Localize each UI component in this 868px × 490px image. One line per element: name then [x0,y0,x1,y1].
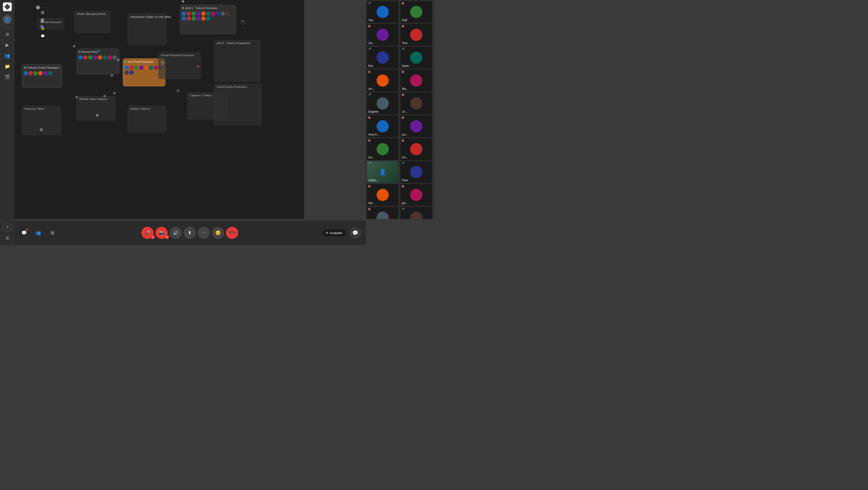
participant-tile-fran[interactable]: 🎤 Fran [400,161,432,183]
jus-mic-icon: 🔇 [401,116,404,119]
participant-tile-nis[interactable]: 🔇 Nis... [367,184,399,206]
gvid1-card[interactable]: gVid 1 - Tools & Processes [180,5,236,34]
participant-tile-garin[interactable]: 🎤 Garin [400,47,432,69]
floating-participant-2 [97,50,100,52]
virtual-production-card[interactable]: Virtual Production [38,18,64,29]
an2-avatar [410,143,422,155]
sidebar-people-icon[interactable]: 👥 [3,51,12,60]
virtual-production-everyone-card[interactable]: Virtual Production Everyone [158,52,201,79]
gvid1-p4 [196,11,201,16]
sidebar-folder-icon[interactable]: 📁 [3,62,12,71]
participant-tile-an2[interactable]: 🔇 An... [400,138,432,160]
bottom-right-controls: Available 💬 [322,227,361,239]
availability-label: Available [330,231,342,235]
podcast-header: Podcast Growth Strategies [22,65,62,70]
people-button[interactable]: 👥 [33,228,43,238]
participant-tile-tom[interactable]: 🔇 Tom [400,24,432,46]
ai-p5 [144,65,148,70]
help-button[interactable]: ? [3,223,12,232]
share-icon: ⬆ [188,230,191,236]
art-mic-icon: 🔇 [368,70,371,73]
user-avatar[interactable]: 👤 [3,15,12,24]
logo-diamond [4,4,10,10]
chat-notification-dot [26,229,28,231]
toolbar-image-btn[interactable]: 🖼 [39,9,46,16]
participant-tile-juli[interactable]: 🔇 juli... [400,184,432,206]
settings-icon: ⚙ [5,236,9,241]
floating-participant-5 [113,92,116,94]
vpe-label: Virtual Production Everyone [161,54,194,57]
sidebar-video-icon[interactable]: ▶ [3,41,12,50]
participant-tile-art[interactable]: 🔇 Art... [367,69,399,91]
left-sidebar: 👤 ⊞ ▶ 👥 📁 🎬 ? ⚙ [0,0,14,245]
participant-tile-gali[interactable]: 🔇 Gali [400,1,432,23]
floating-participant-7 [75,96,78,98]
chat-button[interactable]: 💬 [19,228,29,238]
availability-button[interactable]: Available [322,229,346,237]
amy-avatar [377,120,389,132]
immersive-video-card[interactable]: Immersive Video on the Web [128,13,167,45]
podcast-growth-card[interactable]: Podcast Growth Strategies [22,64,62,88]
participant-tile-an1[interactable]: 🔇 An... [367,138,399,160]
immersive-video-label: Immersive Video on the Web [130,15,171,19]
beyond-story-card[interactable]: Beyond Story [76,49,119,74]
gvid2-card[interactable]: gVid 2 - Studio & Equipment [214,40,260,82]
tom-mic-icon: 🔇 [401,25,404,28]
rethink-video-card[interactable]: Rethink Video Captions [76,96,116,120]
ma-name: Ma... [402,87,408,91]
share-button[interactable]: ⬆ [184,227,196,239]
adobe-frameio-card[interactable]: Adobe: Frame.io [128,106,167,132]
participant-tile-hu[interactable]: 🔇 Hu... [367,207,399,219]
participant-tile-jo2[interactable]: 🔇 Jo... [400,92,432,114]
hybrid-events-card[interactable]: Hybrid Events Production [214,84,261,125]
pg-p6 [48,71,52,75]
participant-tile-amy[interactable]: 🔇 Amy C... [367,115,399,137]
volume-button[interactable]: 🔊 [169,227,182,239]
amy-mic-icon: 🔇 [368,116,371,119]
art-name: Art... [368,87,374,91]
ai-p2 [129,65,134,70]
gvid1-p5 [201,11,206,16]
gvid1-p16 [206,16,211,21]
jus-avatar [410,120,422,132]
chat-widget-button[interactable]: 💬 [349,227,361,239]
mute-dropdown-btn[interactable]: ▾ [151,235,155,239]
participant-tile-jus[interactable]: 🔇 jus... [400,115,432,137]
pg-p4 [38,71,42,75]
emoji-reaction-button[interactable]: 😊 [212,227,224,239]
sidebar-grid-icon[interactable]: ⊞ [3,30,12,39]
app-logo[interactable] [3,2,12,11]
adobe-managing-card[interactable]: Adobe: Managing Media [74,11,111,33]
voiceover-avatar [40,128,43,131]
participant-tile-you[interactable]: 🎤 You [367,1,399,23]
main-canvas[interactable]: × 🖼 📝 🙂 💬 Virtual Production Adobe: Mana… [14,0,304,219]
participant-tile-eugene[interactable]: 🎤 Eugene [367,92,399,114]
participant-tile-eric[interactable]: 🎤 Eric [367,47,399,69]
video-dropdown-btn[interactable]: ▾ [165,235,169,239]
participant-tile-ma[interactable]: 🔇 Ma... [400,69,432,91]
settings-button[interactable]: ⚙ [3,234,12,243]
fran-avatar [410,166,422,178]
podcast-title: Podcast Growth Strategies [27,66,59,69]
more-button[interactable]: ⋯ [198,227,210,239]
vp-avatar-1 [40,25,43,28]
toolbar-message-btn[interactable]: 💬 [39,32,46,40]
captions-codecs-label: Captions / Codecs [190,94,212,97]
toolbar-close-button[interactable]: × [36,6,40,9]
jo2-mic-icon: 🔇 [401,93,404,96]
ai-p1 [125,65,129,70]
participant-tile-taylor[interactable]: 🎤 Taylor... [400,207,432,219]
gvid1-p9 [221,11,225,16]
sidebar-media-icon[interactable]: 🎬 [3,73,12,82]
grid-button[interactable]: ⊞ [47,228,57,238]
gvid1-p3 [191,11,196,16]
floating-participant-1 [117,58,120,61]
hangup-button[interactable]: 📞 [223,224,241,242]
participant-tile-johan[interactable]: 👤 🎤 Johan... [367,161,399,183]
taylor-avatar [410,212,422,219]
participant-tile-jor[interactable]: 🔇 Jor... [367,24,399,46]
jor-name: Jor... [368,41,375,45]
voiceover-talent-card[interactable]: Voiceover Talent [22,106,61,135]
bs-p4 [93,55,97,60]
people-icon: 👥 [35,230,41,236]
